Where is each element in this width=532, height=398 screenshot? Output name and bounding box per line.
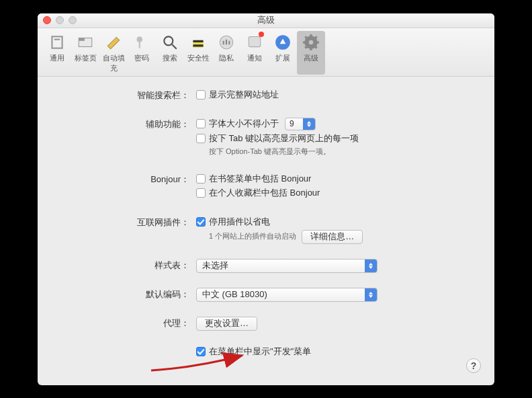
- checkbox-label: 在书签菜单中包括 Bonjour: [209, 173, 311, 185]
- checkbox-stop-plugins[interactable]: [196, 217, 206, 227]
- hint-option-tab: 按下 Option-Tab 键高亮显示每一项。: [196, 147, 477, 157]
- svg-line-7: [172, 44, 177, 49]
- svg-rect-1: [54, 38, 60, 40]
- svg-rect-5: [139, 41, 140, 48]
- help-button[interactable]: ?: [466, 358, 481, 373]
- checkbox-label: 停用插件以省电: [209, 216, 270, 228]
- svg-point-15: [309, 40, 314, 44]
- tabs-icon: [75, 32, 95, 52]
- preferences-window: 高级 通用 标签页 自动填充 密码: [38, 13, 494, 385]
- checkbox-bonjour-favorites[interactable]: [196, 188, 206, 198]
- svg-line-23: [314, 36, 316, 38]
- tab-passwords[interactable]: 密码: [128, 31, 156, 75]
- notification-badge: [259, 32, 264, 37]
- checkbox-min-font[interactable]: [196, 119, 206, 128]
- label-proxy: 代理：: [55, 317, 196, 329]
- checkbox-label: 在菜单栏中显示"开发"菜单: [209, 346, 311, 358]
- svg-point-4: [136, 36, 142, 42]
- tab-tabs[interactable]: 标签页: [71, 31, 99, 75]
- chevron-updown-icon: [365, 288, 377, 301]
- button-plugin-details[interactable]: 详细信息…: [302, 230, 363, 244]
- checkbox-bonjour-bookmarks[interactable]: [196, 174, 206, 184]
- label-accessibility: 辅助功能：: [55, 118, 196, 130]
- privacy-icon: [216, 32, 236, 52]
- window-body: 智能搜索栏： 显示完整网站地址 辅助功能： 字体大小不得小于 9: [38, 77, 494, 385]
- label-stylesheet: 样式表：: [55, 259, 196, 272]
- checkbox-label: 显示完整网站地址: [209, 89, 279, 101]
- checkbox-label: 在个人收藏栏中包括 Bonjour: [209, 187, 320, 199]
- svg-rect-0: [52, 36, 62, 48]
- svg-point-6: [164, 36, 173, 45]
- label-bonjour: Bonjour：: [55, 173, 196, 186]
- select-stylesheet[interactable]: 未选择: [196, 259, 378, 273]
- general-icon: [47, 32, 67, 52]
- tab-autofill[interactable]: 自动填充: [99, 31, 128, 75]
- checkbox-show-develop-menu[interactable]: [196, 347, 206, 356]
- label-encoding: 默认编码：: [55, 288, 196, 301]
- plugin-autostart-count: 1 个网站上的插件自动启动: [209, 231, 296, 241]
- svg-rect-12: [249, 36, 260, 46]
- tab-notifications[interactable]: 通知: [240, 31, 269, 75]
- svg-line-22: [305, 46, 307, 48]
- svg-rect-3: [79, 38, 85, 40]
- gear-icon: [301, 32, 321, 52]
- svg-rect-9: [193, 40, 203, 42]
- tab-extensions[interactable]: 扩展: [269, 31, 297, 75]
- svg-rect-10: [193, 44, 203, 46]
- checkbox-label: 按下 Tab 键以高亮显示网页上的每一项: [209, 132, 359, 145]
- chevron-updown-icon: [365, 260, 377, 272]
- search-icon: [160, 32, 180, 52]
- select-encoding[interactable]: 中文 (GB 18030): [196, 288, 378, 302]
- prefs-toolbar: 通用 标签页 自动填充 密码 搜索: [38, 28, 494, 77]
- checkbox-tab-highlight[interactable]: [196, 134, 206, 143]
- svg-line-20: [305, 36, 307, 38]
- autofill-icon: [103, 32, 124, 52]
- key-icon: [132, 32, 152, 52]
- button-proxy-settings[interactable]: 更改设置…: [196, 317, 257, 331]
- tab-advanced[interactable]: 高级: [297, 31, 325, 75]
- checkbox-show-full-url[interactable]: [196, 90, 206, 100]
- security-icon: [188, 32, 208, 52]
- tab-security[interactable]: 安全性: [184, 31, 212, 75]
- titlebar: 高级: [38, 13, 494, 28]
- label-plugins: 互联网插件：: [55, 216, 196, 229]
- tab-privacy[interactable]: 隐私: [212, 31, 240, 75]
- tab-search[interactable]: 搜索: [156, 31, 184, 75]
- tab-general[interactable]: 通用: [43, 31, 71, 75]
- select-min-font-size[interactable]: 9: [285, 118, 316, 130]
- checkbox-label: 字体大小不得小于: [209, 118, 279, 130]
- stepper-icon: [303, 118, 315, 130]
- label-smart-search: 智能搜索栏：: [55, 89, 196, 102]
- window-title: 高级: [38, 14, 494, 26]
- extensions-icon: [273, 32, 293, 52]
- notifications-icon: [245, 32, 265, 52]
- svg-line-21: [314, 46, 316, 48]
